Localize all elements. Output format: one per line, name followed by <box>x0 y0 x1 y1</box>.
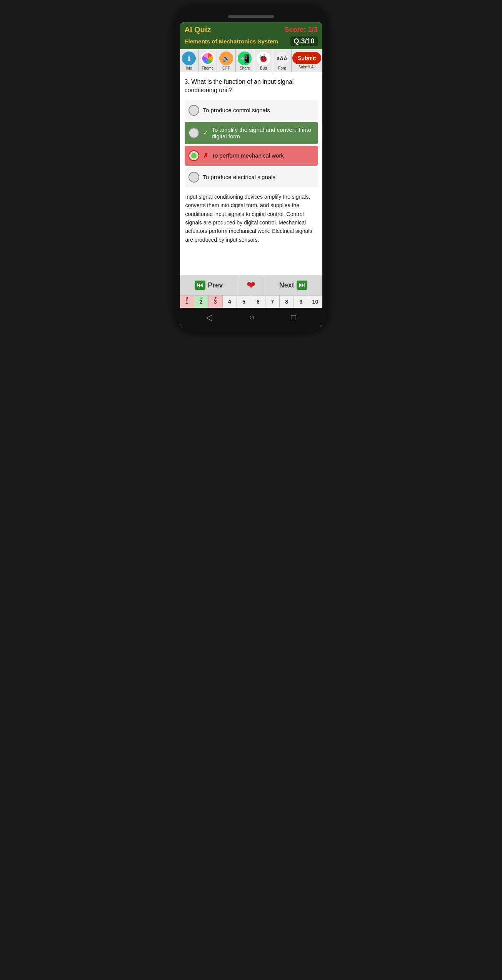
bug-label: Bug <box>260 66 267 70</box>
bottom-nav: ◁ ○ □ <box>180 308 322 327</box>
question-num: Q.3/10 <box>290 37 317 46</box>
theme-label: Theme <box>202 66 213 70</box>
sound-label: OFF <box>222 66 230 70</box>
toolbar-theme[interactable]: Theme <box>198 49 217 72</box>
app-title: AI Quiz <box>185 25 211 34</box>
color-wheel-svg <box>202 52 214 65</box>
toolbar-bug[interactable]: 🐞 Bug <box>254 49 273 72</box>
q-cell-5[interactable]: 5 <box>237 296 251 308</box>
font-label: Font <box>278 66 286 70</box>
back-nav-icon[interactable]: ◁ <box>206 312 212 322</box>
q-cell-10[interactable]: 10 <box>308 296 322 308</box>
theme-icon <box>201 51 215 65</box>
q-cell-2[interactable]: ✓ 2 <box>194 296 208 308</box>
bug-icon: 🐞 <box>257 51 270 65</box>
sound-icon: 🔊 <box>219 51 233 65</box>
home-nav-icon[interactable]: ○ <box>249 312 254 322</box>
header-bottom: Elements of Mechatronics System Q.3/10 <box>180 36 322 49</box>
q-cell-3[interactable]: ✗ 3 <box>208 296 223 308</box>
option-b[interactable]: ✓ To amplify the signal and convert it i… <box>185 122 318 144</box>
toolbar-sound[interactable]: 🔊 OFF <box>217 49 235 72</box>
option-d-text: To produce electrical signals <box>203 174 275 180</box>
question-text: 3. What is the function of an input sign… <box>185 78 318 95</box>
question-body: What is the function of an input signal … <box>185 78 294 93</box>
header-top: AI Quiz Score: 1/3 <box>180 22 322 36</box>
option-a-text: To produce control signals <box>203 107 270 113</box>
explanation: Input signal conditioning devices amplif… <box>185 193 318 244</box>
q7-num: 7 <box>271 299 274 305</box>
q8-num: 8 <box>285 299 288 305</box>
q10-num: 10 <box>312 299 319 305</box>
q9-num: 9 <box>299 299 302 305</box>
submit-button[interactable]: Submit <box>292 52 321 64</box>
radio-a <box>188 105 199 116</box>
radio-c <box>188 150 199 161</box>
radio-b <box>188 128 199 138</box>
toolbar: ℹ Info Theme <box>180 49 322 72</box>
phone-frame: AI Quiz Score: 1/3 Elements of Mechatron… <box>176 8 326 331</box>
recent-nav-icon[interactable]: □ <box>291 312 296 322</box>
screen: AI Quiz Score: 1/3 Elements of Mechatron… <box>180 22 322 327</box>
prev-label: Prev <box>208 281 223 289</box>
question-area: 3. What is the function of an input sign… <box>180 72 322 275</box>
score-badge: Score: 1/3 <box>284 26 317 34</box>
options-container: To produce control signals ✓ To amplify … <box>185 100 318 187</box>
next-label: Next <box>279 281 294 289</box>
q5-num: 5 <box>242 299 245 305</box>
q-cell-8[interactable]: 8 <box>280 296 294 308</box>
subject-title: Elements of Mechatronics System <box>185 38 278 45</box>
q-cell-6[interactable]: 6 <box>251 296 265 308</box>
radio-inner <box>191 153 197 158</box>
toolbar-share[interactable]: 📲 Share <box>236 49 254 72</box>
info-icon: ℹ <box>182 51 196 65</box>
share-label: Share <box>240 66 250 70</box>
question-dot: . <box>188 78 191 85</box>
q-cell-7[interactable]: 7 <box>265 296 280 308</box>
font-icon: aAA <box>275 51 289 65</box>
q-cell-4[interactable]: 4 <box>223 296 237 308</box>
q-cell-1[interactable]: ✗ 1 <box>180 296 194 308</box>
prev-icon: ⏮ <box>195 281 205 290</box>
next-button[interactable]: Next ⏭ <box>264 275 322 295</box>
next-icon: ⏭ <box>297 281 307 290</box>
q6-num: 6 <box>257 299 260 305</box>
q1-indicator: ✗ <box>185 296 188 301</box>
spacer <box>185 248 318 271</box>
option-d[interactable]: To produce electrical signals <box>185 167 318 187</box>
wrong-xmark: ✗ <box>203 152 208 159</box>
option-a[interactable]: To produce control signals <box>185 100 318 120</box>
notch <box>228 15 274 18</box>
q3-indicator: ✗ <box>214 296 217 301</box>
toolbar-font[interactable]: aAA Font <box>273 49 292 72</box>
toolbar-info[interactable]: ℹ Info <box>180 49 198 72</box>
submit-all-label: Submit All <box>299 65 315 69</box>
heart-button[interactable]: ❤ <box>238 275 264 295</box>
submit-all-section: Submit Submit All <box>292 49 322 72</box>
nav-bar: ⏮ Prev ❤ Next ⏭ <box>180 275 322 295</box>
q-cell-9[interactable]: 9 <box>294 296 308 308</box>
info-label: Info <box>186 66 192 70</box>
share-icon: 📲 <box>238 51 252 65</box>
question-grid: ✗ 1 ✓ 2 ✗ 3 4 5 6 7 8 9 10 <box>180 295 322 308</box>
option-c-text: To perform mechanical work <box>212 152 284 159</box>
q4-num: 4 <box>228 299 231 305</box>
correct-checkmark: ✓ <box>203 129 208 136</box>
prev-button[interactable]: ⏮ Prev <box>180 275 238 295</box>
option-b-text: To amplify the signal and convert it int… <box>212 126 314 140</box>
q2-indicator: ✓ <box>200 296 203 301</box>
option-c[interactable]: ✗ To perform mechanical work <box>185 146 318 166</box>
radio-d <box>188 172 199 183</box>
heart-icon: ❤ <box>247 279 255 292</box>
